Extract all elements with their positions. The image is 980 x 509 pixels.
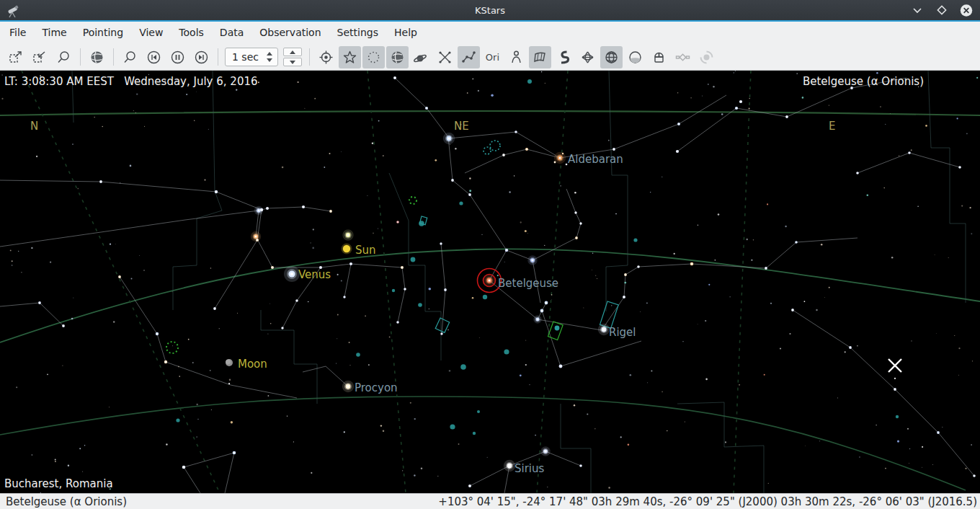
time-step-back-icon — [146, 50, 161, 65]
track-object-icon — [318, 50, 334, 65]
status-object-name: Betelgeuse (α Orionis) — [0, 495, 127, 508]
time-pause-button[interactable] — [166, 46, 189, 68]
menu-item-file[interactable]: File — [1, 22, 34, 44]
toolbar-separator — [113, 48, 114, 66]
mouse-cursor — [888, 359, 901, 372]
show-horizontal-grid-button[interactable] — [600, 46, 623, 68]
minimize-button[interactable] — [911, 4, 924, 17]
menu-item-pointing[interactable]: Pointing — [75, 22, 131, 44]
zoom-in-select-button[interactable] — [5, 46, 27, 68]
show-flags-icon — [651, 50, 667, 65]
main-toolbar: 1 secOri — [0, 44, 980, 71]
focus-object-label: Betelgeuse (α Orionis) — [803, 75, 924, 88]
time-step-value[interactable]: 1 sec — [226, 51, 264, 63]
sky-map[interactable]: LT: 3:08:30 AM EEST Wednesday, July 6, 2… — [0, 71, 980, 493]
show-deep-sky-icon — [366, 50, 381, 65]
time-pause-icon — [170, 50, 185, 65]
close-button[interactable] — [960, 4, 973, 17]
zoom-out-select-icon — [32, 50, 48, 65]
toolbar-separator — [218, 48, 218, 66]
show-comets-button[interactable] — [410, 46, 432, 68]
show-constellation-boundaries-icon — [533, 50, 548, 65]
find-object-icon — [56, 50, 71, 65]
local-time-label: LT: 3:08:30 AM EEST Wednesday, July 6, 2… — [4, 75, 258, 88]
menu-bar: FileTimePointingViewToolsDataObservation… — [0, 22, 980, 44]
kstars-window: KStars FileTimePointingViewToolsDataObse… — [0, 0, 980, 509]
status-bar: Betelgeuse (α Orionis) +103° 04' 15", -2… — [0, 493, 980, 509]
window-title: KStars — [0, 5, 980, 16]
zoom-in-select-icon — [9, 50, 24, 65]
show-stars-icon — [342, 50, 357, 65]
show-constellation-boundaries-button[interactable] — [529, 46, 551, 68]
show-equatorial-grid-icon — [580, 50, 595, 65]
menu-item-time[interactable]: Time — [34, 22, 74, 44]
show-ground-button[interactable] — [624, 46, 646, 68]
title-bar[interactable]: KStars — [0, 0, 980, 20]
show-stars-button[interactable] — [339, 46, 361, 68]
time-step-spinbox[interactable]: 1 sec — [225, 48, 278, 66]
toolbar-separator — [80, 48, 81, 66]
menu-item-observation[interactable]: Observation — [251, 22, 329, 44]
sky-canvas[interactable] — [0, 71, 980, 493]
show-solar-system-icon — [390, 50, 405, 65]
show-equatorial-grid-button[interactable] — [576, 46, 599, 68]
spin-down-icon[interactable] — [267, 58, 272, 62]
geo-location-label: Bucharest, Romania — [4, 477, 113, 490]
show-constellation-lines-icon — [461, 50, 476, 65]
show-constellation-names-icon: Ori — [486, 52, 499, 63]
time-step-forward-icon — [194, 50, 209, 65]
show-milky-way-icon — [556, 50, 571, 65]
time-step-back-button[interactable] — [143, 46, 165, 68]
show-asteroids-button[interactable] — [434, 46, 456, 68]
show-deep-sky-button[interactable] — [362, 46, 385, 68]
zoom-out-select-button[interactable] — [29, 46, 51, 68]
toolbar-separator — [309, 48, 310, 66]
time-step-increase-button[interactable] — [283, 48, 302, 56]
menu-item-help[interactable]: Help — [386, 22, 425, 44]
set-geo-location-button[interactable] — [86, 46, 108, 68]
set-time-button[interactable] — [119, 46, 141, 68]
show-milky-way-button[interactable] — [553, 46, 575, 68]
find-object-button[interactable] — [53, 46, 75, 68]
show-constellation-art-icon — [509, 50, 524, 65]
track-object-button[interactable] — [315, 46, 337, 68]
show-satellites-icon — [675, 50, 690, 65]
spin-up-icon[interactable] — [267, 52, 272, 56]
menu-item-tools[interactable]: Tools — [171, 22, 212, 44]
time-step-forward-button[interactable] — [190, 46, 213, 68]
show-supernovae-icon — [699, 50, 714, 65]
show-satellites-button — [672, 46, 694, 68]
status-coordinates: +103° 04' 15", -24° 17' 48" 03h 29m 40s,… — [438, 495, 980, 508]
show-horizontal-grid-icon — [604, 50, 619, 65]
menu-item-settings[interactable]: Settings — [329, 22, 386, 44]
show-ground-icon — [628, 50, 643, 65]
menu-item-view[interactable]: View — [131, 22, 171, 44]
show-asteroids-icon — [437, 50, 453, 65]
maximize-button[interactable] — [935, 4, 948, 17]
set-time-icon — [122, 50, 138, 65]
set-geo-location-icon — [89, 50, 104, 65]
show-comets-icon — [414, 50, 429, 65]
show-constellation-names-button[interactable]: Ori — [481, 46, 504, 68]
menu-item-data[interactable]: Data — [212, 22, 251, 44]
show-flags-button[interactable] — [648, 46, 670, 68]
time-step-decrease-button[interactable] — [283, 58, 302, 66]
show-supernovae-button — [695, 46, 718, 68]
show-constellation-art-button[interactable] — [505, 46, 527, 68]
show-solar-system-button[interactable] — [386, 46, 409, 68]
show-constellation-lines-button[interactable] — [458, 46, 480, 68]
